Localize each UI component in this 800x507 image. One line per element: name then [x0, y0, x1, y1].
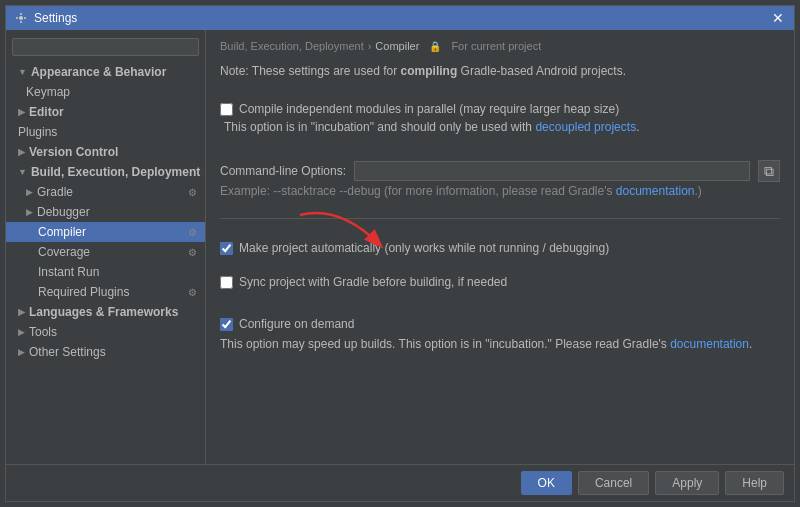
arrow-icon: ▶	[18, 327, 25, 337]
example-line: Example: --stacktrace --debug (for more …	[220, 184, 780, 198]
sidebar-item-languages[interactable]: ▶ Languages & Frameworks	[6, 302, 205, 322]
sidebar-item-label: Gradle	[37, 185, 73, 199]
sidebar-item-required-plugins[interactable]: Required Plugins ⚙	[6, 282, 205, 302]
make-automatically-row: Make project automatically (only works w…	[220, 241, 780, 255]
close-button[interactable]: ✕	[770, 11, 786, 25]
cmdline-input[interactable]	[354, 161, 750, 181]
arrow-icon: ▼	[18, 167, 27, 177]
sidebar-item-gradle[interactable]: ▶ Gradle ⚙	[6, 182, 205, 202]
sidebar: ▼ Appearance & Behavior Keymap ▶ Editor …	[6, 30, 206, 464]
note-text: Note: These settings are used for compil…	[220, 62, 780, 80]
sidebar-item-compiler[interactable]: Compiler ⚙	[6, 222, 205, 242]
breadcrumb-for-project: For current project	[451, 40, 541, 52]
badge-icon: ⚙	[188, 247, 197, 258]
cancel-button[interactable]: Cancel	[578, 471, 649, 495]
cmdline-expand-button[interactable]: ⧉	[758, 160, 780, 182]
sync-gradle-row: Sync project with Gradle before building…	[220, 275, 780, 289]
note-prefix: Note: These settings are used for	[220, 64, 401, 78]
documentation-link[interactable]: documentation	[616, 184, 695, 198]
compile-parallel-checkbox[interactable]	[220, 103, 233, 116]
arrow-icon: ▶	[18, 147, 25, 157]
apply-button[interactable]: Apply	[655, 471, 719, 495]
sidebar-item-label: Languages & Frameworks	[29, 305, 178, 319]
divider	[220, 218, 780, 219]
breadcrumb-path: Build, Execution, Deployment	[220, 40, 364, 52]
incubation-prefix: This option is in "incubation" and shoul…	[224, 120, 535, 134]
configure-on-demand-checkbox[interactable]	[220, 318, 233, 331]
make-automatically-checkbox[interactable]	[220, 242, 233, 255]
example-suffix: .)	[695, 184, 702, 198]
svg-point-0	[19, 16, 23, 20]
sidebar-item-appearance[interactable]: ▼ Appearance & Behavior	[6, 62, 205, 82]
compile-parallel-label: Compile independent modules in parallel …	[239, 102, 619, 116]
breadcrumb: Build, Execution, Deployment › Compiler …	[220, 40, 780, 52]
arrow-icon: ▶	[18, 307, 25, 317]
arrow-icon: ▶	[26, 187, 33, 197]
compile-parallel-row: Compile independent modules in parallel …	[220, 102, 780, 116]
sidebar-item-coverage[interactable]: Coverage ⚙	[6, 242, 205, 262]
sidebar-item-debugger[interactable]: ▶ Debugger	[6, 202, 205, 222]
sidebar-item-tools[interactable]: ▶ Tools	[6, 322, 205, 342]
sidebar-item-other-settings[interactable]: ▶ Other Settings	[6, 342, 205, 362]
configure-note: This option may speed up builds. This op…	[220, 337, 780, 351]
ok-button[interactable]: OK	[521, 471, 572, 495]
configure-on-demand-row: Configure on demand	[220, 317, 780, 331]
sidebar-item-label: Coverage	[38, 245, 90, 259]
arrow-icon: ▶	[18, 107, 25, 117]
expand-icon: ⧉	[764, 163, 774, 180]
sidebar-item-label: Debugger	[37, 205, 90, 219]
arrow-icon: ▶	[18, 347, 25, 357]
breadcrumb-tag: 🔒	[429, 41, 441, 52]
search-input[interactable]	[12, 38, 199, 56]
cmdline-row: Command-line Options: ⧉	[220, 160, 780, 182]
sidebar-item-version-control[interactable]: ▶ Version Control	[6, 142, 205, 162]
sidebar-item-label: Version Control	[29, 145, 118, 159]
sidebar-item-label: Editor	[29, 105, 64, 119]
incubation-dot: .	[636, 120, 639, 134]
sidebar-item-keymap[interactable]: Keymap	[6, 82, 205, 102]
arrow-icon: ▼	[18, 67, 27, 77]
title-bar-title: Settings	[34, 11, 77, 25]
sync-gradle-checkbox[interactable]	[220, 276, 233, 289]
configure-on-demand-label: Configure on demand	[239, 317, 354, 331]
note-suffix: Gradle-based Android projects.	[457, 64, 626, 78]
sidebar-item-label: Other Settings	[29, 345, 106, 359]
settings-dialog: Settings ✕ ▼ Appearance & Behavior Keyma…	[5, 5, 795, 502]
search-box	[12, 38, 199, 56]
incubation-note: This option is in "incubation" and shoul…	[224, 120, 780, 134]
sidebar-item-label: Build, Execution, Deployment	[31, 165, 200, 179]
sidebar-item-label: Keymap	[26, 85, 70, 99]
configure-note-prefix: This option may speed up builds. This op…	[220, 337, 670, 351]
cmdline-label: Command-line Options:	[220, 164, 346, 178]
sidebar-item-label: Plugins	[18, 125, 57, 139]
title-bar: Settings ✕	[6, 6, 794, 30]
example-prefix: Example: --stacktrace --debug (for more …	[220, 184, 616, 198]
title-bar-left: Settings	[14, 11, 77, 25]
breadcrumb-current: Compiler	[375, 40, 419, 52]
make-automatically-label: Make project automatically (only works w…	[239, 241, 609, 255]
sidebar-item-plugins[interactable]: Plugins	[6, 122, 205, 142]
badge-icon: ⚙	[188, 187, 197, 198]
content-area: ▼ Appearance & Behavior Keymap ▶ Editor …	[6, 30, 794, 464]
configure-documentation-link[interactable]: documentation	[670, 337, 749, 351]
sidebar-item-instant-run[interactable]: Instant Run	[6, 262, 205, 282]
decoupled-link[interactable]: decoupled projects	[535, 120, 636, 134]
configure-note-suffix: .	[749, 337, 752, 351]
help-button[interactable]: Help	[725, 471, 784, 495]
sidebar-item-label: Required Plugins	[38, 285, 129, 299]
sidebar-item-label: Instant Run	[38, 265, 99, 279]
arrow-icon: ▶	[26, 207, 33, 217]
sync-gradle-label: Sync project with Gradle before building…	[239, 275, 507, 289]
sidebar-item-editor[interactable]: ▶ Editor	[6, 102, 205, 122]
settings-icon	[14, 11, 28, 25]
breadcrumb-separator: ›	[368, 40, 372, 52]
bottom-bar: OK Cancel Apply Help	[6, 464, 794, 501]
annotation-arrow	[280, 205, 460, 275]
badge-icon: ⚙	[188, 227, 197, 238]
sidebar-item-build[interactable]: ▼ Build, Execution, Deployment	[6, 162, 205, 182]
sidebar-item-label: Appearance & Behavior	[31, 65, 166, 79]
main-panel: Build, Execution, Deployment › Compiler …	[206, 30, 794, 464]
sidebar-item-label: Compiler	[38, 225, 86, 239]
badge-icon: ⚙	[188, 287, 197, 298]
sidebar-item-label: Tools	[29, 325, 57, 339]
